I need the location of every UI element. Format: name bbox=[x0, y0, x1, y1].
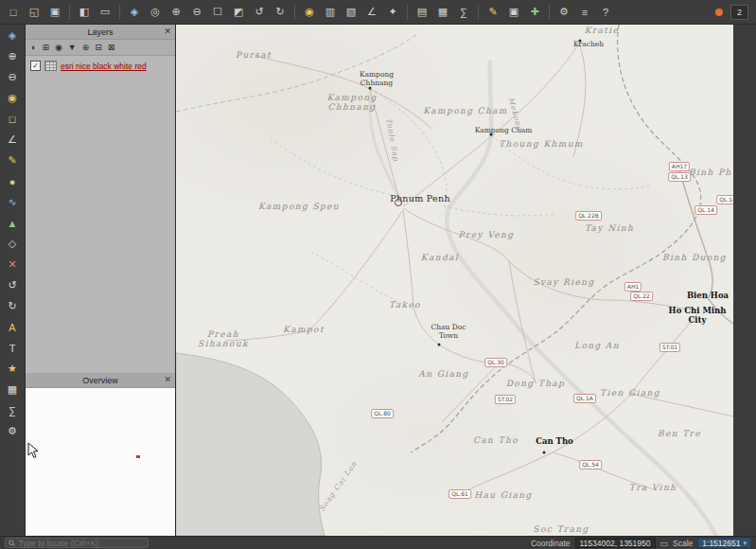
map-label-tay-ninh: Tay Ninh bbox=[585, 223, 634, 233]
toolbar-separator bbox=[549, 5, 550, 20]
map-label-ql-14: QL.14 bbox=[716, 195, 733, 204]
map-label-an-giang: An Giang bbox=[418, 369, 468, 379]
scale-value[interactable]: 1:1512651 ▾ bbox=[697, 538, 751, 548]
map-label-binh-phuoc: Binh Phuoc bbox=[689, 168, 733, 177]
toggle-editing-icon[interactable]: ✎ bbox=[483, 4, 502, 21]
map-label-ql-22: QL.22 bbox=[630, 292, 653, 301]
add-group-icon[interactable]: ⊞ bbox=[42, 44, 49, 52]
layers-list: ✓ esri nice black white red bbox=[26, 56, 175, 373]
capital-marker bbox=[395, 199, 402, 206]
zoom-next-icon[interactable]: ↻ bbox=[271, 4, 290, 21]
map-label-ql-30: QL.30 bbox=[484, 358, 507, 367]
notification-dot-icon[interactable] bbox=[715, 9, 723, 16]
style-manager-icon[interactable]: ◧ bbox=[75, 4, 94, 21]
map-label-long-an: Long An bbox=[574, 341, 620, 350]
remove-layer-icon[interactable]: ⊠ bbox=[108, 44, 115, 52]
extents-icon[interactable]: ▭ bbox=[660, 539, 669, 548]
redo-icon[interactable]: ↻ bbox=[4, 299, 21, 313]
select-features-icon[interactable]: ▥ bbox=[321, 4, 340, 21]
attributes-table-icon[interactable]: ▦ bbox=[4, 382, 21, 397]
identify-features-icon[interactable]: ◉ bbox=[4, 91, 21, 105]
coordinate-value[interactable]: 11534002, 1351950 bbox=[575, 538, 656, 548]
project-new-icon[interactable]: □ bbox=[4, 4, 23, 21]
project-open-icon[interactable]: ◱ bbox=[25, 4, 44, 21]
zoom-out-icon[interactable]: ⊖ bbox=[187, 4, 206, 21]
map-label-kampot: Kampot bbox=[283, 325, 325, 334]
undo-icon[interactable]: ↺ bbox=[4, 278, 21, 292]
coordinate-label: Coordinate bbox=[531, 539, 571, 548]
add-point-feature-icon[interactable]: ● bbox=[4, 174, 21, 188]
new-bookmark-icon[interactable]: ★ bbox=[4, 362, 21, 376]
attributes-table-icon[interactable]: ▦ bbox=[433, 4, 452, 21]
map-label-chau-doc-town: Chau DocTown bbox=[431, 324, 466, 340]
map-canvas[interactable]: KratieKrachehPursatKampongChhnangKampong… bbox=[176, 25, 733, 536]
zoom-in-icon[interactable]: ⊕ bbox=[4, 49, 21, 63]
deselect-features-icon[interactable]: ▧ bbox=[342, 4, 360, 21]
map-label-kracheh: Kracheh bbox=[573, 41, 604, 49]
annotations-icon[interactable]: T bbox=[4, 341, 21, 355]
zoom-last-icon[interactable]: ↺ bbox=[250, 4, 269, 21]
add-feature-icon[interactable]: ✚ bbox=[525, 4, 544, 21]
open-layer-styling-icon[interactable]: ◐ bbox=[31, 44, 36, 52]
map-label-ah1: AH1 bbox=[624, 282, 642, 292]
close-icon[interactable]: ✕ bbox=[164, 374, 171, 386]
toolbar-separator bbox=[407, 5, 408, 20]
save-edits-icon[interactable]: ▣ bbox=[504, 4, 523, 21]
zoom-full-icon[interactable]: ☐ bbox=[208, 4, 227, 21]
map-tips-icon[interactable]: ✦ bbox=[383, 4, 402, 21]
expand-all-icon[interactable]: ⊕ bbox=[82, 44, 90, 52]
map-label-ql-61: QL.61 bbox=[448, 489, 471, 499]
add-line-feature-icon[interactable]: ∿ bbox=[4, 195, 21, 209]
help-icon[interactable]: ? bbox=[596, 4, 615, 21]
plugins-icon[interactable]: ⚙ bbox=[554, 4, 573, 21]
layer-visibility-checkbox[interactable]: ✓ bbox=[30, 61, 41, 71]
zoom-in-icon[interactable]: ⊕ bbox=[167, 4, 185, 21]
city-marker bbox=[579, 40, 582, 43]
top-toolbar: □◱▣◧▭◈◎⊕⊖☐◩↺↻◉▥▧∠✦▤▦∑✎▣✚⚙≡? 2 bbox=[0, 0, 756, 25]
add-polygon-feature-icon[interactable]: ▲ bbox=[4, 216, 21, 230]
messages-badge[interactable]: 2 bbox=[730, 5, 748, 20]
pan-map-icon[interactable]: ◈ bbox=[125, 4, 144, 21]
map-label-svay-rieng: Svay Rieng bbox=[533, 277, 594, 287]
layer-row[interactable]: ✓ esri nice black white red bbox=[30, 61, 170, 71]
pan-to-selection-icon[interactable]: ◎ bbox=[146, 4, 165, 21]
options-icon[interactable]: ⚙ bbox=[4, 424, 21, 438]
measure-line-icon[interactable]: ∠ bbox=[362, 4, 381, 21]
layer-labeling-icon[interactable]: A bbox=[4, 320, 21, 334]
map-label-ql-80: QL.80 bbox=[371, 409, 394, 418]
overview-panel-header: Overview ✕ bbox=[26, 373, 175, 388]
select-features-icon[interactable]: □ bbox=[4, 112, 21, 126]
zoom-out-icon[interactable]: ⊖ bbox=[4, 70, 21, 84]
chevron-down-icon: ▾ bbox=[743, 540, 747, 547]
python-console-icon[interactable]: ≡ bbox=[575, 4, 594, 21]
locate-bar[interactable] bbox=[5, 538, 149, 548]
identify-features-icon[interactable]: ◉ bbox=[300, 4, 319, 21]
overview-map-body[interactable] bbox=[26, 388, 175, 536]
layers-panel: Layers ✕ ◐⊞◉▼⊕⊟⊠ ✓ esri nice black white… bbox=[26, 25, 176, 373]
toolbar-separator bbox=[69, 5, 70, 20]
layer-name[interactable]: esri nice black white red bbox=[61, 62, 147, 71]
measure-line-icon[interactable]: ∠ bbox=[4, 133, 21, 147]
filter-legend-icon[interactable]: ▼ bbox=[68, 44, 77, 52]
field-calculator-icon[interactable]: ∑ bbox=[454, 4, 473, 21]
layout-manager-icon[interactable]: ▭ bbox=[96, 4, 114, 21]
vertex-tool-icon[interactable]: ◇ bbox=[4, 237, 21, 251]
zoom-to-selection-icon[interactable]: ◩ bbox=[229, 4, 248, 21]
project-save-icon[interactable]: ▣ bbox=[45, 4, 64, 21]
toggle-editing-icon[interactable]: ✎ bbox=[4, 153, 21, 168]
map-label-can-tho: Can Tho bbox=[473, 435, 519, 445]
close-icon[interactable]: ✕ bbox=[164, 26, 171, 38]
locate-input[interactable] bbox=[18, 539, 145, 548]
manage-map-themes-icon[interactable]: ◉ bbox=[55, 44, 62, 52]
collapse-all-icon[interactable]: ⊟ bbox=[95, 44, 102, 52]
pan-map-icon[interactable]: ◈ bbox=[4, 28, 21, 43]
city-marker bbox=[490, 133, 493, 136]
status-bar: Coordinate 11534002, 1351950 ▭ Scale 1:1… bbox=[0, 536, 756, 549]
map-label-soc-trang: Soc Trang bbox=[533, 524, 589, 534]
map-label-binh-duong: Binh Duong bbox=[662, 253, 727, 262]
field-calculator-icon[interactable]: ∑ bbox=[4, 403, 21, 417]
layer-type-icon bbox=[44, 61, 57, 71]
new-layout-icon[interactable]: ▤ bbox=[413, 4, 431, 21]
map-label-kampong-chhnang: KampongChhnang bbox=[326, 93, 377, 113]
delete-selected-icon[interactable]: ✕ bbox=[4, 257, 21, 272]
